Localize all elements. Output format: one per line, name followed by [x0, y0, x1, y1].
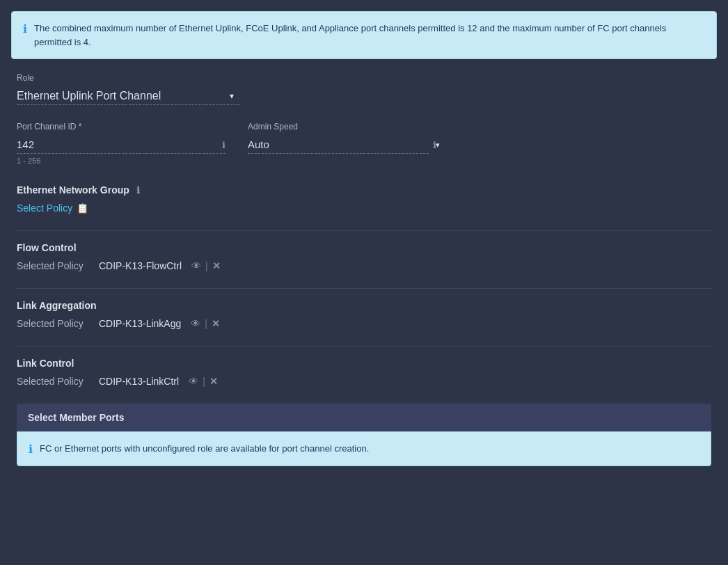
info-banner-icon: ℹ — [23, 22, 27, 35]
flow-control-header: Flow Control — [17, 242, 711, 253]
flow-control-policy-row: Selected Policy CDIP-K13-FlowCtrl 👁 | ✕ — [17, 260, 711, 271]
link-control-section: Link Control Selected Policy CDIP-K13-Li… — [17, 358, 711, 387]
link-aggregation-section: Link Aggregation Selected Policy CDIP-K1… — [17, 300, 711, 329]
flow-control-divider: | — [205, 260, 208, 271]
link-control-actions: 👁 | ✕ — [189, 376, 218, 387]
admin-speed-field: Admin Speed Auto 1Gbps 10Gbps 25Gbps 40G… — [248, 122, 457, 165]
link-control-divider: | — [203, 376, 205, 387]
divider-2 — [17, 288, 711, 289]
role-select[interactable]: Ethernet Uplink Port Channel FCoE Uplink… — [17, 87, 239, 105]
admin-speed-select[interactable]: Auto 1Gbps 10Gbps 25Gbps 40Gbps 100Gbps — [248, 136, 429, 154]
link-aggregation-selected-policy-label: Selected Policy — [17, 318, 93, 329]
ethernet-network-group-info-icon[interactable]: ℹ — [136, 185, 140, 196]
divider-1 — [17, 230, 711, 231]
role-section: Role Ethernet Uplink Port Channel FCoE U… — [17, 73, 711, 105]
flow-control-section: Flow Control Selected Policy CDIP-K13-Fl… — [17, 242, 711, 271]
link-aggregation-divider: | — [205, 318, 207, 329]
link-aggregation-header: Link Aggregation — [17, 300, 711, 311]
admin-speed-label: Admin Speed — [248, 122, 457, 132]
ethernet-select-policy-label: Select Policy — [17, 202, 72, 214]
ethernet-policy-icon: 📋 — [77, 202, 88, 214]
ethernet-network-group-section: Ethernet Network Group ℹ Select Policy 📋 — [17, 184, 711, 214]
bottom-info-banner-text: FC or Ethernet ports with unconfigured r… — [40, 442, 369, 456]
form-section: Role Ethernet Uplink Port Channel FCoE U… — [11, 73, 717, 466]
flow-control-view-icon[interactable]: 👁 — [191, 260, 201, 271]
flow-control-remove-icon[interactable]: ✕ — [212, 260, 221, 271]
role-select-wrapper: Ethernet Uplink Port Channel FCoE Uplink… — [17, 87, 239, 105]
link-control-selected-policy-label: Selected Policy — [17, 376, 93, 387]
link-control-header: Link Control — [17, 358, 711, 369]
port-channel-admin-speed-row: Port Channel ID * ℹ 1 - 256 Admin Speed … — [17, 122, 711, 165]
link-control-view-icon[interactable]: 👁 — [189, 376, 198, 387]
bottom-info-banner: ℹ FC or Ethernet ports with unconfigured… — [17, 431, 711, 466]
flow-control-policy-value: CDIP-K13-FlowCtrl — [99, 260, 182, 271]
ethernet-select-policy-link[interactable]: Select Policy 📋 — [17, 202, 711, 214]
select-member-ports-label: Select Member Ports — [28, 412, 125, 423]
link-control-remove-icon[interactable]: ✕ — [209, 376, 218, 387]
flow-control-label: Flow Control — [17, 242, 77, 253]
port-channel-id-field: Port Channel ID * ℹ 1 - 256 — [17, 122, 225, 165]
port-channel-id-hint: 1 - 256 — [17, 157, 225, 165]
flow-control-actions: 👁 | ✕ — [191, 260, 221, 271]
link-control-label: Link Control — [17, 358, 74, 369]
port-channel-id-input-wrapper: ℹ — [17, 136, 225, 154]
ethernet-network-group-label: Ethernet Network Group — [17, 184, 129, 196]
link-aggregation-policy-row: Selected Policy CDIP-K13-LinkAgg 👁 | ✕ — [17, 318, 711, 329]
divider-3 — [17, 346, 711, 347]
flow-control-selected-policy-label: Selected Policy — [17, 260, 93, 271]
info-banner: ℹ The combined maximum number of Etherne… — [11, 11, 717, 59]
port-channel-id-info-icon[interactable]: ℹ — [222, 140, 225, 150]
link-aggregation-view-icon[interactable]: 👁 — [191, 318, 200, 329]
admin-speed-select-wrapper: Auto 1Gbps 10Gbps 25Gbps 40Gbps 100Gbps … — [248, 136, 457, 154]
link-aggregation-remove-icon[interactable]: ✕ — [212, 318, 220, 329]
bottom-info-banner-icon: ℹ — [29, 443, 33, 456]
link-control-policy-value: CDIP-K13-LinkCtrl — [99, 376, 179, 387]
info-banner-text: The combined maximum number of Ethernet … — [34, 22, 705, 49]
port-channel-id-input[interactable] — [17, 136, 225, 154]
port-channel-id-label: Port Channel ID * — [17, 122, 225, 132]
link-aggregation-actions: 👁 | ✕ — [191, 318, 220, 329]
ethernet-network-group-header: Ethernet Network Group ℹ — [17, 184, 711, 196]
role-label: Role — [17, 73, 711, 83]
link-aggregation-policy-value: CDIP-K13-LinkAgg — [99, 318, 181, 329]
select-member-ports-bar: Select Member Ports — [17, 404, 711, 431]
admin-speed-info-icon[interactable]: ℹ — [433, 140, 436, 150]
link-aggregation-label: Link Aggregation — [17, 300, 97, 311]
link-control-policy-row: Selected Policy CDIP-K13-LinkCtrl 👁 | ✕ — [17, 376, 711, 387]
